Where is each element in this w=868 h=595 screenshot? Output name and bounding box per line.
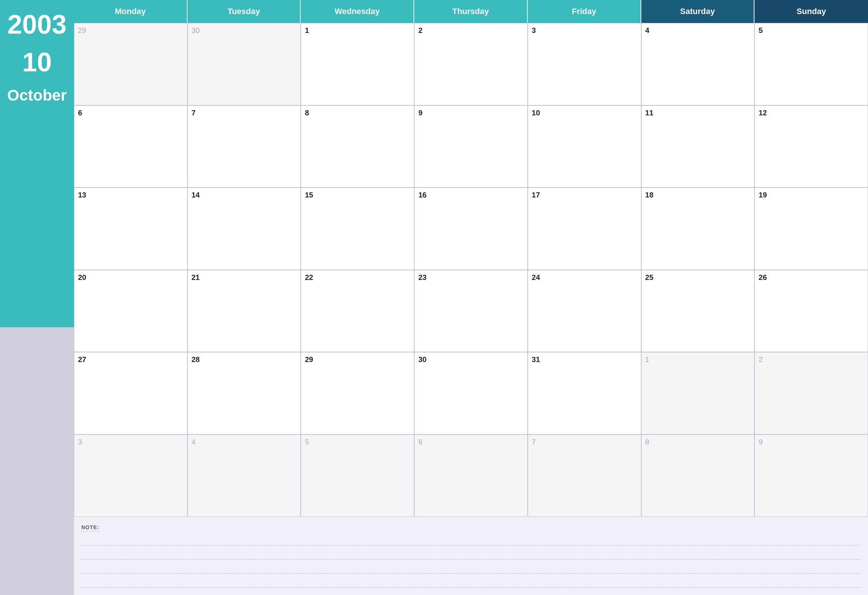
calendar-cell[interactable]: 13 xyxy=(74,188,187,270)
header-friday: Friday xyxy=(528,0,641,23)
note-line-1 xyxy=(81,534,861,545)
cell-number: 13 xyxy=(78,191,183,199)
cell-number: 21 xyxy=(192,273,297,282)
cell-number: 5 xyxy=(759,26,864,35)
calendar-cell[interactable]: 15 xyxy=(301,188,414,270)
calendar-cell[interactable]: 24 xyxy=(528,270,641,353)
note-line-3 xyxy=(81,563,861,574)
cell-number: 9 xyxy=(759,438,864,446)
calendar-cell[interactable]: 3 xyxy=(528,23,641,105)
cell-number: 3 xyxy=(78,438,183,446)
calendar-cell[interactable]: 5 xyxy=(754,23,868,105)
calendar-cell[interactable]: 12 xyxy=(754,105,868,188)
cell-number: 5 xyxy=(305,438,410,446)
calendar-cell[interactable]: 29 xyxy=(301,352,414,434)
calendar-cell[interactable]: 16 xyxy=(414,188,528,270)
calendar-cell[interactable]: 2 xyxy=(414,23,528,105)
note-line-4 xyxy=(81,576,861,588)
calendar-main: Monday Tuesday Wednesday Thursday Friday… xyxy=(74,0,868,595)
cell-number: 19 xyxy=(759,191,864,199)
calendar-cell[interactable]: 31 xyxy=(528,352,641,434)
calendar-grid: 2930123456789101112131415161718192021222… xyxy=(74,23,868,517)
sidebar: 2003 10 October xyxy=(0,0,74,595)
cell-number: 29 xyxy=(305,355,410,364)
cell-number: 22 xyxy=(305,273,410,282)
header-thursday: Thursday xyxy=(414,0,528,23)
calendar-cell[interactable]: 26 xyxy=(754,270,868,353)
calendar-cell[interactable]: 19 xyxy=(754,188,868,270)
calendar-cell[interactable]: 22 xyxy=(301,270,414,353)
header-saturday: Saturday xyxy=(641,0,755,23)
cell-number: 2 xyxy=(418,26,524,35)
cell-number: 14 xyxy=(192,191,297,199)
note-label: NOTE: xyxy=(81,524,99,532)
calendar-wrapper: 2003 10 October Monday Tuesday Wednesday… xyxy=(0,0,868,595)
cell-number: 29 xyxy=(78,26,183,35)
calendar-cell[interactable]: 14 xyxy=(187,188,301,270)
cell-number: 3 xyxy=(532,26,637,35)
calendar-cell[interactable]: 25 xyxy=(641,270,755,353)
cell-number: 6 xyxy=(78,109,183,117)
cell-number: 8 xyxy=(305,109,410,117)
cell-number: 25 xyxy=(645,273,751,282)
cell-number: 16 xyxy=(418,191,524,199)
sidebar-year: 2003 xyxy=(7,11,66,38)
cell-number: 15 xyxy=(305,191,410,199)
calendar-cell[interactable]: 30 xyxy=(414,352,528,434)
calendar-cell[interactable]: 23 xyxy=(414,270,528,353)
calendar-cell[interactable]: 1 xyxy=(641,352,755,434)
calendar-cell[interactable]: 8 xyxy=(301,105,414,188)
cell-number: 20 xyxy=(78,273,183,282)
calendar-cell[interactable]: 30 xyxy=(187,23,301,105)
header-tuesday: Tuesday xyxy=(187,0,301,23)
cell-number: 1 xyxy=(305,26,410,35)
calendar-cell[interactable]: 27 xyxy=(74,352,187,434)
calendar-cell[interactable]: 4 xyxy=(641,23,755,105)
cell-number: 28 xyxy=(192,355,297,364)
cell-number: 9 xyxy=(418,109,524,117)
cell-number: 11 xyxy=(645,109,751,117)
cell-number: 8 xyxy=(645,438,751,446)
calendar-cell[interactable]: 28 xyxy=(187,352,301,434)
calendar-cell[interactable]: 9 xyxy=(414,105,528,188)
cell-number: 26 xyxy=(759,273,864,282)
days-header: Monday Tuesday Wednesday Thursday Friday… xyxy=(74,0,868,23)
calendar-cell[interactable]: 6 xyxy=(414,434,528,517)
cell-number: 7 xyxy=(192,109,297,117)
cell-number: 23 xyxy=(418,273,524,282)
calendar-cell[interactable]: 11 xyxy=(641,105,755,188)
calendar-cell[interactable]: 3 xyxy=(74,434,187,517)
cell-number: 24 xyxy=(532,273,637,282)
calendar-cell[interactable]: 1 xyxy=(301,23,414,105)
calendar-cell[interactable]: 4 xyxy=(187,434,301,517)
calendar-cell[interactable]: 5 xyxy=(301,434,414,517)
note-line-2 xyxy=(81,548,861,560)
cell-number: 1 xyxy=(645,355,751,364)
calendar-cell[interactable]: 2 xyxy=(754,352,868,434)
cell-number: 31 xyxy=(532,355,637,364)
calendar-cell[interactable]: 17 xyxy=(528,188,641,270)
sidebar-week: 10 xyxy=(22,49,52,75)
notes-section: NOTE: xyxy=(74,517,868,595)
sidebar-month: October xyxy=(7,87,66,104)
header-monday: Monday xyxy=(74,0,187,23)
calendar-cell[interactable]: 20 xyxy=(74,270,187,353)
header-sunday: Sunday xyxy=(754,0,868,23)
cell-number: 17 xyxy=(532,191,637,199)
calendar-cell[interactable]: 9 xyxy=(754,434,868,517)
cell-number: 12 xyxy=(759,109,864,117)
cell-number: 6 xyxy=(418,438,524,446)
calendar-cell[interactable]: 6 xyxy=(74,105,187,188)
cell-number: 10 xyxy=(532,109,637,117)
cell-number: 4 xyxy=(645,26,751,35)
calendar-cell[interactable]: 10 xyxy=(528,105,641,188)
cell-number: 30 xyxy=(418,355,524,364)
calendar-cell[interactable]: 21 xyxy=(187,270,301,353)
calendar-cell[interactable]: 8 xyxy=(641,434,755,517)
calendar-cell[interactable]: 18 xyxy=(641,188,755,270)
calendar-cell[interactable]: 29 xyxy=(74,23,187,105)
calendar-cell[interactable]: 7 xyxy=(528,434,641,517)
header-wednesday: Wednesday xyxy=(301,0,414,23)
cell-number: 4 xyxy=(192,438,297,446)
calendar-cell[interactable]: 7 xyxy=(187,105,301,188)
